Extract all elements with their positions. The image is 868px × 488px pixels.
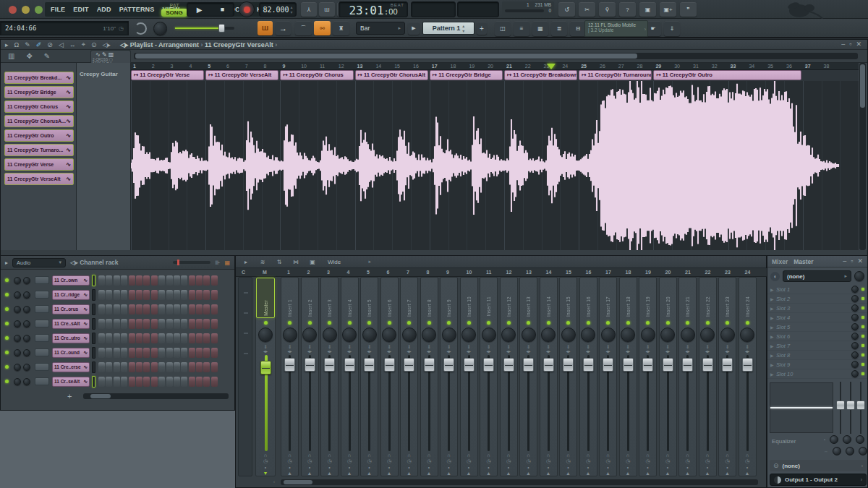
step-cell[interactable] <box>129 333 135 343</box>
mixer-strip-insert-1[interactable]: Insert 1⇕◂▸∩◷•▲ <box>281 277 299 476</box>
step-cell[interactable] <box>181 333 187 343</box>
shuttle-slider[interactable] <box>175 27 234 30</box>
dock-icon[interactable]: ▲ <box>307 471 312 476</box>
channel-enable-led[interactable] <box>5 365 9 369</box>
arrangement-clip[interactable]: ↦ 11 CreepyGtr Chorus <box>280 70 353 80</box>
step-cell[interactable] <box>166 377 173 387</box>
record-arm-icon[interactable]: • <box>428 465 430 470</box>
strip-pan-knob[interactable] <box>402 328 417 342</box>
dock-icon[interactable]: ▲ <box>327 471 332 476</box>
play-button[interactable]: ▶ <box>197 6 203 14</box>
step-cell[interactable] <box>121 348 127 358</box>
strip-pan-knob[interactable] <box>522 328 536 342</box>
step-cell[interactable] <box>189 362 195 372</box>
step-cell[interactable] <box>158 333 165 343</box>
step-cell[interactable] <box>189 304 195 314</box>
mixer-strip-insert-19[interactable]: Insert 19⇕◂▸∩◷•▲ <box>639 277 657 476</box>
clip-source-item[interactable]: 11 CreepyGtr ChorusA...∿ <box>4 115 74 127</box>
clip-source-item[interactable]: 11 CreepyGtr Chorus∿ <box>4 100 74 113</box>
view-icon[interactable]: ▣ <box>307 257 318 266</box>
step-cell[interactable] <box>143 275 150 286</box>
phones-icon[interactable]: ∩ <box>367 453 371 458</box>
fx-slot-7[interactable]: ▶Slot 7 <box>767 341 867 351</box>
strip-pan-knob[interactable] <box>482 328 496 342</box>
record-arm-icon[interactable]: • <box>627 465 629 470</box>
channel-volume-knob[interactable] <box>23 349 30 356</box>
strip-routing-arrows[interactable]: ⇕◂▸ <box>467 345 471 354</box>
step-cell[interactable] <box>106 377 112 387</box>
strip-pan-knob[interactable] <box>342 328 357 342</box>
strip-pan-knob[interactable] <box>641 328 655 342</box>
keyboard-editor-icon[interactable]: ▦ <box>224 260 230 266</box>
strip-pan-knob[interactable] <box>283 328 297 342</box>
clip-source-item[interactable]: 11 CreepyGtr Bridge∿ <box>4 86 74 98</box>
add-channel-button[interactable]: + <box>67 392 72 401</box>
mixer-strip-insert-18[interactable]: Insert 18⇕◂▸∩◷•▲ <box>619 277 637 476</box>
step-cell[interactable] <box>166 304 173 314</box>
eq-freq-knob-3[interactable] <box>856 435 864 444</box>
step-cell[interactable] <box>166 275 173 286</box>
swing-slider-handle[interactable] <box>177 260 179 265</box>
mixer-strip-master[interactable]: Master⇕◂▸∩◷•▼ <box>255 277 276 476</box>
dock-icon[interactable]: ▲ <box>566 471 571 476</box>
arrangement-clip[interactable]: ↦ 11 CreepyGtr Turnaround <box>579 70 652 80</box>
arrangement-clip[interactable]: ↦ 11 CreepyGtr VerseAlt <box>205 70 278 80</box>
track-name[interactable]: Creepy Guitar <box>80 71 118 77</box>
record-arm-icon[interactable]: • <box>707 465 708 470</box>
one-click-recording-icon[interactable]: → <box>276 21 291 35</box>
strip-volume-fader[interactable] <box>719 355 736 453</box>
menu-item-edit[interactable]: EDIT <box>73 6 88 13</box>
step-cell[interactable] <box>196 319 203 329</box>
phones-icon[interactable]: ∩ <box>686 453 689 458</box>
piano-view-icon[interactable]: ▥ <box>8 52 14 60</box>
dock-icon[interactable]: ▲ <box>407 471 412 476</box>
magnet-icon[interactable]: Ω <box>14 41 20 48</box>
strip-routing-arrows[interactable]: ⇕◂▸ <box>427 345 431 354</box>
strip-volume-fader[interactable] <box>739 355 756 453</box>
channel-select-indicator[interactable] <box>92 318 95 330</box>
strip-enable-led[interactable] <box>288 321 292 325</box>
eq-low-slider[interactable] <box>837 382 844 434</box>
step-cell[interactable] <box>143 304 150 314</box>
phones-icon[interactable]: ∩ <box>288 453 292 458</box>
step-cell[interactable] <box>166 319 173 329</box>
channel-pan-knob[interactable] <box>14 335 21 342</box>
strip-pan-knob[interactable] <box>561 328 576 342</box>
input-source-row[interactable]: ⊖ (none) › <box>770 460 867 471</box>
strip-fader-handle[interactable] <box>722 358 733 372</box>
mixer-strip-insert-5[interactable]: Insert 5⇕◂▸∩◷•▲ <box>360 277 378 476</box>
strip-enable-led[interactable] <box>348 321 352 325</box>
channel-volume-knob[interactable] <box>23 364 30 371</box>
step-cell[interactable] <box>203 348 210 358</box>
stereo-icon[interactable]: ◷ <box>427 458 431 464</box>
phones-icon[interactable]: ∩ <box>467 453 470 458</box>
record-arm-icon[interactable]: • <box>388 465 390 470</box>
eq-freq-knob-2[interactable] <box>843 435 851 444</box>
stereo-icon[interactable]: ◷ <box>725 458 729 464</box>
metronome-icon[interactable]: Ш <box>319 2 335 17</box>
channel-volume-knob[interactable] <box>23 291 30 299</box>
step-cell[interactable] <box>114 377 120 387</box>
step-cell[interactable] <box>106 304 112 314</box>
strip-pan-knob[interactable] <box>442 328 456 342</box>
mic-icon[interactable]: ⚲ <box>599 2 616 17</box>
strip-volume-fader[interactable] <box>679 355 696 453</box>
step-cell[interactable] <box>211 319 218 329</box>
strip-volume-fader[interactable] <box>660 355 676 453</box>
step-cell[interactable] <box>121 275 127 286</box>
step-cell[interactable] <box>106 290 112 300</box>
phones-icon[interactable]: ∩ <box>745 453 749 458</box>
phones-icon[interactable]: ∩ <box>447 453 451 458</box>
step-cell[interactable] <box>143 333 150 343</box>
channel-volume-knob[interactable] <box>23 378 30 385</box>
channel-enable-led[interactable] <box>5 351 9 354</box>
step-cell[interactable] <box>203 319 210 329</box>
mixer-strip-insert-7[interactable]: Insert 7⇕◂▸∩◷•▲ <box>400 277 418 476</box>
step-cell[interactable] <box>166 362 173 372</box>
step-cell[interactable] <box>203 290 210 300</box>
mixer-strip-insert-23[interactable]: Insert 23⇕◂▸∩◷•▲ <box>718 277 736 476</box>
slip-icon[interactable]: ↔ <box>69 41 76 48</box>
strip-enable-led[interactable] <box>706 321 710 325</box>
window-close-dot[interactable] <box>9 6 17 14</box>
strip-routing-arrows[interactable]: ⇕◂▸ <box>605 345 610 354</box>
